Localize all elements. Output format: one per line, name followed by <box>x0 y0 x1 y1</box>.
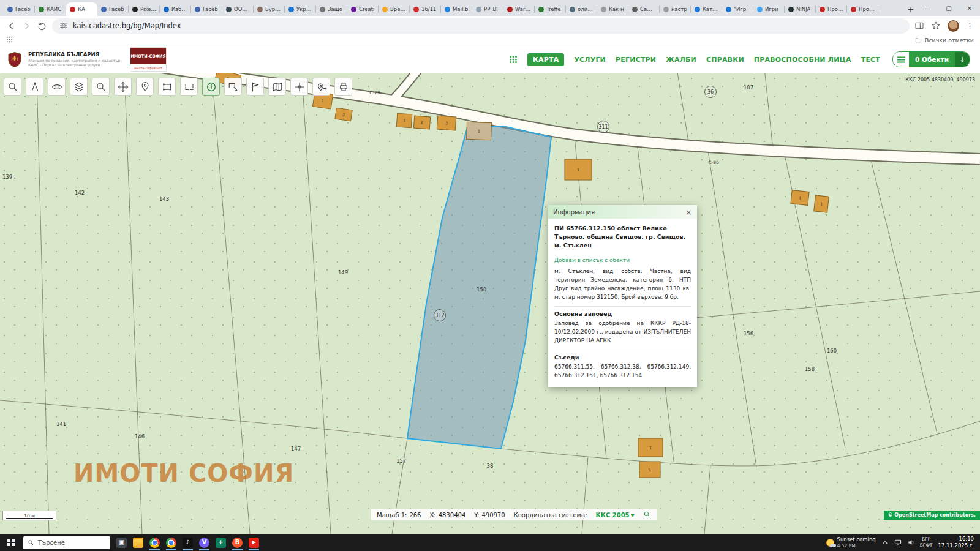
browser-menu-icon[interactable]: ⋮ <box>966 22 974 30</box>
minimize-button[interactable]: — <box>918 0 938 16</box>
bookmark-star-icon[interactable] <box>931 21 941 31</box>
legend-tool[interactable] <box>268 78 286 96</box>
nav-grid-icon[interactable] <box>509 55 518 64</box>
popup-close-icon[interactable]: × <box>685 208 692 216</box>
browser-tab[interactable]: Защо <box>316 2 347 16</box>
zoom-out-tool[interactable] <box>92 78 110 96</box>
search-tool[interactable] <box>4 78 21 96</box>
apps-grid-icon[interactable] <box>6 36 13 44</box>
weather-widget[interactable]: Sunset coming 4:52 PM <box>826 536 876 549</box>
taskbar-app-brave[interactable]: B <box>229 534 246 551</box>
nav-item[interactable]: СПРАВКИ <box>706 56 744 64</box>
browser-tab[interactable]: Faceb <box>4 2 35 16</box>
browser-tab[interactable]: Treffe <box>535 2 566 16</box>
map-canvas[interactable]: 113123111111 139142143149150141146147157… <box>0 73 980 534</box>
nav-item[interactable]: КАРТА <box>527 53 565 66</box>
tab-label: Време <box>390 6 406 12</box>
language-indicator[interactable]: БГР БГФТ <box>920 536 933 549</box>
visibility-tool[interactable] <box>48 78 66 96</box>
browser-tab[interactable]: Бурки <box>254 2 285 16</box>
statusbar-search-icon[interactable] <box>643 511 651 520</box>
address-bar[interactable]: kais.cadastre.bg/bg/Map/Index <box>52 18 910 34</box>
taskbar-app-antivirus[interactable]: + <box>213 534 229 551</box>
taskbar-app-task-view[interactable]: ▣ <box>113 534 130 551</box>
tab-favicon <box>757 7 763 12</box>
close-button[interactable]: ✕ <box>959 0 980 16</box>
nav-item[interactable]: ТЕСТ <box>861 56 880 64</box>
forward-button[interactable] <box>21 21 32 31</box>
browser-tab[interactable]: Wargo <box>503 2 535 16</box>
clock-date: 17.11.2025 г. <box>938 542 974 549</box>
browser-tab[interactable]: Прода <box>816 2 847 16</box>
browser-tab[interactable]: Mail.b <box>441 2 472 16</box>
network-icon[interactable] <box>894 539 902 546</box>
browser-tab[interactable]: Избра <box>160 2 191 16</box>
download-arrow-icon[interactable]: ↓ <box>955 52 970 67</box>
maximize-button[interactable]: ▢ <box>938 0 959 16</box>
browser-tab[interactable]: Украй <box>285 2 316 16</box>
nav-item[interactable]: РЕГИСТРИ <box>616 56 656 64</box>
move-tool[interactable] <box>290 78 308 96</box>
print-tool[interactable] <box>334 78 352 96</box>
browser-tab[interactable]: Самар <box>628 2 660 16</box>
osm-attribution[interactable]: © OpenStreetMap contributors. <box>884 511 980 520</box>
side-panel-icon[interactable] <box>914 21 924 31</box>
rect-select-tool[interactable] <box>158 78 176 96</box>
browser-tab[interactable]: ООН о <box>222 2 254 16</box>
taskbar-app-viber[interactable]: V <box>196 534 213 551</box>
flag-tool[interactable] <box>246 78 264 96</box>
browser-tab[interactable]: Faceb <box>97 2 129 16</box>
refresh-button[interactable] <box>37 21 47 31</box>
browser-tab[interactable]: NINJA <box>785 2 816 16</box>
info-tool[interactable] <box>202 78 220 96</box>
browser-tab[interactable]: Време <box>379 2 410 16</box>
taskbar-app-tiktok[interactable]: ♪ <box>179 534 196 551</box>
profile-avatar[interactable] <box>948 20 959 32</box>
measure-tool[interactable] <box>26 78 43 96</box>
browser-tab[interactable]: Игри <box>753 2 785 16</box>
browser-tab[interactable]: Creati <box>347 2 379 16</box>
pan-tool[interactable] <box>114 78 132 96</box>
svg-text:1: 1 <box>649 468 651 473</box>
marker-tool[interactable] <box>136 78 154 96</box>
new-tab-button[interactable]: + <box>904 2 918 16</box>
nav-item[interactable]: ЖАЛБИ <box>666 56 696 64</box>
browser-tab[interactable]: Как н <box>597 2 628 16</box>
browser-tab[interactable]: настр <box>660 2 691 16</box>
taskbar-search[interactable]: Търсене <box>23 536 110 549</box>
browser-tab[interactable]: Faceb <box>191 2 222 16</box>
browser-tab[interactable]: Прода <box>847 2 878 16</box>
objects-button[interactable]: 0 Обекти ↓ <box>892 51 970 67</box>
browser-tab[interactable]: КА <box>66 2 97 16</box>
browser-tab[interactable]: Pixel F <box>129 2 160 16</box>
building: 1 <box>565 159 592 180</box>
all-bookmarks-button[interactable]: Всички отметки <box>915 37 974 43</box>
browser-tab[interactable]: олимп <box>566 2 597 16</box>
tab-label: Избра <box>172 6 187 12</box>
speaker-icon[interactable] <box>907 539 914 546</box>
add-marker-tool[interactable] <box>312 78 330 96</box>
taskbar-app-youtube[interactable]: ▶ <box>246 534 262 551</box>
nav-item[interactable]: УСЛУГИ <box>574 56 606 64</box>
browser-tab[interactable]: КАИС <box>35 2 66 16</box>
back-button[interactable] <box>6 21 17 31</box>
add-to-objects-link[interactable]: Добави в списък с обекти <box>554 253 691 266</box>
browser-tab[interactable]: 16/11 <box>410 2 441 16</box>
chevron-up-icon[interactable] <box>881 539 889 546</box>
layers-tool[interactable] <box>70 78 88 96</box>
browser-tab[interactable]: Катал <box>691 2 722 16</box>
taskbar-app-chrome[interactable] <box>146 534 163 551</box>
system-tray: Sunset coming 4:52 PM БГР БГФТ 16:10 17.… <box>826 536 978 549</box>
crs-selector[interactable]: ККС 2005▾ <box>596 512 635 519</box>
taskbar-clock[interactable]: 16:10 17.11.2025 г. <box>938 536 974 549</box>
rect-zoom-tool[interactable] <box>180 78 198 96</box>
taskbar-app-chrome-2[interactable] <box>163 534 179 551</box>
transform-tool[interactable] <box>224 78 242 96</box>
browser-tab[interactable]: "Игр <box>722 2 753 16</box>
nav-item[interactable]: ПРАВОСПОСОБНИ ЛИЦА <box>754 56 851 64</box>
chrome-icon <box>149 538 160 548</box>
browser-tab[interactable]: PP_Bl <box>472 2 503 16</box>
taskbar-app-file-explorer[interactable] <box>130 534 146 551</box>
start-button[interactable] <box>2 534 20 551</box>
site-settings-icon[interactable] <box>59 21 68 30</box>
